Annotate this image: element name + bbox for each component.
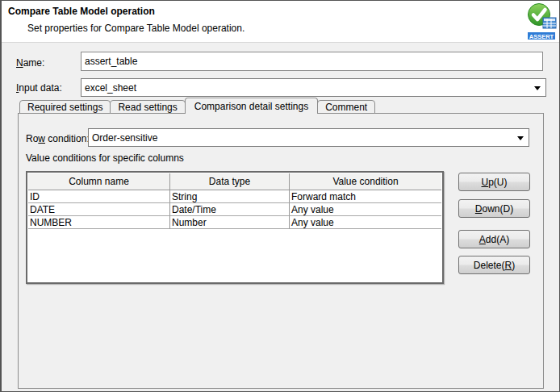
dialog-header: Compare Table Model operation Set proper… (2, 1, 559, 43)
page-subtitle: Set properties for Compare Table Model o… (27, 23, 244, 34)
row-condition-label: Row condition: (26, 133, 90, 144)
assert-label: ASSERT (529, 33, 554, 40)
table-row[interactable]: NUMBER Number Any value (28, 216, 441, 229)
tab-read-settings[interactable]: Read settings (110, 100, 185, 114)
dropdown-arrow-icon[interactable] (517, 136, 524, 140)
value-conditions-table: Column name Data type Value condition ID… (26, 171, 444, 284)
assert-operation-icon: ASSERT (527, 2, 557, 40)
up-button[interactable]: Up(U) (458, 173, 530, 191)
compare-table-model-dialog: { "window": { "title": "Compare Table Mo… (0, 0, 560, 392)
page-title: Compare Table Model operation (8, 6, 155, 17)
table-row[interactable]: ID String Forward match (28, 190, 441, 203)
row-condition-combobox[interactable]: Order-sensitive (88, 128, 529, 147)
down-button[interactable]: Down(D) (458, 199, 530, 218)
name-label: Name: (16, 57, 44, 69)
column-header-value-condition: Value condition (290, 173, 441, 190)
delete-button[interactable]: Delete(R) (458, 256, 530, 274)
table-glyph-icon (543, 18, 556, 28)
input-data-combobox[interactable]: excel_sheet (81, 78, 546, 97)
table-row[interactable]: DATE Date/Time Any value (28, 203, 441, 216)
add-button[interactable]: Add(A) (458, 230, 530, 248)
value-conditions-label: Value conditions for specific columns (26, 152, 184, 164)
tab-comparison-detail-settings[interactable]: Comparison detail settings (185, 98, 318, 114)
tab-comment[interactable]: Comment (317, 100, 375, 114)
dropdown-arrow-icon[interactable] (534, 86, 541, 90)
row-condition-value: Order-sensitive (92, 132, 157, 144)
settings-tabbar: Required settings Read settings Comparis… (19, 98, 374, 114)
name-input[interactable] (81, 52, 543, 71)
column-header-column-name: Column name (28, 173, 170, 190)
column-header-data-type: Data type (170, 173, 290, 190)
input-data-label: Input data: (16, 82, 62, 94)
table-header-row: Column name Data type Value condition (28, 173, 441, 190)
tab-required-settings[interactable]: Required settings (19, 100, 111, 114)
input-data-value: excel_sheet (85, 82, 136, 94)
